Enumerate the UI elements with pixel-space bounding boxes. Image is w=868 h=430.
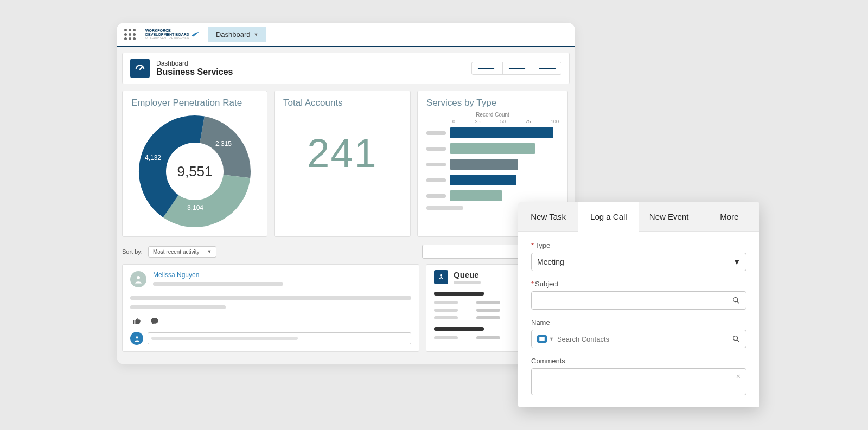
subject-input[interactable]	[531, 291, 746, 310]
tab-log-a-call[interactable]: Log a Call	[578, 202, 639, 232]
field-label-type: *Type	[531, 241, 746, 249]
skeleton-line	[130, 296, 411, 300]
donut-center-value: 9,551	[177, 163, 212, 180]
skeleton-line	[130, 305, 226, 309]
dashboard-icon	[130, 59, 150, 78]
tab-more[interactable]: More	[699, 202, 760, 232]
chevron-down-icon[interactable]: ▼	[549, 336, 554, 342]
svg-point-9	[733, 336, 738, 341]
activity-composer-panel: New Task Log a Call New Event More *Type…	[518, 202, 760, 407]
like-icon[interactable]	[132, 317, 141, 325]
skeleton-line	[151, 337, 298, 340]
search-icon	[732, 335, 741, 343]
header-actions	[471, 62, 561, 75]
svg-point-4	[137, 276, 140, 279]
feed-author[interactable]: Melissa Nguyen	[153, 271, 411, 279]
chevron-down-icon: ▼	[254, 32, 259, 37]
card-employer-penetration: Employer Penetration Rate 9,551 2,315 3,…	[122, 91, 267, 237]
sort-selected: Most recent activity	[153, 249, 200, 255]
clear-icon[interactable]: ×	[736, 372, 741, 381]
queue-title: Queue	[454, 270, 481, 279]
card-title: Employer Penetration Rate	[131, 98, 258, 108]
header-action-1[interactable]	[472, 62, 500, 74]
bar-chart	[426, 127, 559, 201]
bar-value	[450, 175, 516, 185]
bar-value	[450, 143, 535, 154]
donut-segment-label-2: 3,104	[187, 204, 203, 211]
queue-icon	[434, 270, 448, 284]
contact-badge-icon	[537, 335, 547, 343]
activity-feed: Melissa Nguyen	[122, 264, 419, 352]
sort-label: Sort by:	[122, 248, 143, 255]
donut-segment-label-3: 4,132	[145, 154, 161, 162]
sort-bar: Sort by: Most recent activity ▼	[122, 245, 570, 259]
axis-ticks: 0 25 50 75 100	[452, 119, 559, 124]
field-label-comments: Comments	[531, 357, 746, 365]
logo-sub: OF SOUTH CENTRAL WISCONSIN	[145, 36, 189, 40]
bottom-row: Melissa Nguyen	[122, 264, 570, 352]
app-launcher-icon[interactable]	[122, 27, 138, 42]
total-accounts-value: 241	[283, 130, 401, 176]
page-title: Business Services	[156, 67, 233, 77]
plane-icon	[190, 31, 200, 37]
svg-point-6	[440, 274, 442, 277]
bar-value	[450, 190, 502, 201]
skeleton-line	[153, 282, 283, 286]
bar-value	[450, 159, 518, 170]
tab-new-task[interactable]: New Task	[518, 202, 578, 232]
skeleton-line	[434, 327, 484, 331]
bar-category	[426, 178, 446, 182]
topbar: WORKFORCE DEVELOPMENT BOARD OF SOUTH CEN…	[117, 23, 575, 47]
cards-row: Employer Penetration Rate 9,551 2,315 3,…	[122, 91, 570, 237]
donut-chart: 9,551 2,315 3,104 4,132	[135, 112, 254, 231]
main-window: WORKFORCE DEVELOPMENT BOARD OF SOUTH CEN…	[117, 23, 575, 364]
avatar-small	[130, 332, 143, 345]
search-icon	[732, 296, 741, 305]
nav-tab-dashboard[interactable]: Dashboard ▼	[208, 27, 267, 42]
avatar	[130, 271, 146, 287]
page-overline: Dashboard	[156, 60, 233, 67]
page-header: Dashboard Business Services	[122, 53, 570, 84]
chart-footer-skeleton	[426, 206, 463, 210]
sort-select[interactable]: Most recent activity ▼	[148, 246, 217, 258]
logo-line1: WORKFORCE	[145, 29, 189, 33]
bar-category	[426, 163, 446, 166]
org-logo: WORKFORCE DEVELOPMENT BOARD OF SOUTH CEN…	[142, 29, 203, 40]
bar-category	[426, 131, 446, 135]
name-lookup-input[interactable]: ▼	[531, 330, 746, 348]
card-title: Services by Type	[426, 98, 559, 108]
logo-line2: DEVELOPMENT BOARD	[145, 33, 189, 36]
card-total-accounts: Total Accounts 241	[274, 91, 411, 237]
header-action-2[interactable]	[502, 62, 531, 74]
svg-point-7	[733, 298, 738, 302]
type-select[interactable]: Meeting ▼	[531, 253, 746, 271]
header-action-3[interactable]	[533, 62, 561, 74]
axis-label: Record Count	[426, 112, 559, 118]
reply-input[interactable]	[148, 332, 411, 344]
type-value: Meeting	[537, 258, 564, 266]
card-title: Total Accounts	[283, 98, 401, 108]
comment-icon[interactable]	[150, 317, 159, 325]
svg-rect-8	[539, 337, 545, 341]
bar-value	[450, 127, 553, 138]
bar-category	[426, 194, 446, 198]
skeleton-line	[454, 281, 481, 284]
subject-field[interactable]	[537, 297, 732, 305]
name-field[interactable]	[557, 335, 732, 343]
donut-segment-label-1: 2,315	[215, 140, 232, 147]
chevron-down-icon: ▼	[207, 249, 212, 254]
composer-tabs: New Task Log a Call New Event More	[518, 202, 760, 232]
skeleton-line	[434, 292, 484, 296]
tab-new-event[interactable]: New Event	[639, 202, 699, 232]
field-label-name: Name	[531, 318, 746, 326]
chevron-down-icon: ▼	[733, 258, 741, 266]
nav-tab-label: Dashboard	[216, 30, 251, 38]
svg-point-5	[136, 336, 138, 338]
field-label-subject: *Subject	[531, 280, 746, 288]
bar-category	[426, 147, 446, 151]
comments-textarea[interactable]: ×	[531, 368, 746, 395]
